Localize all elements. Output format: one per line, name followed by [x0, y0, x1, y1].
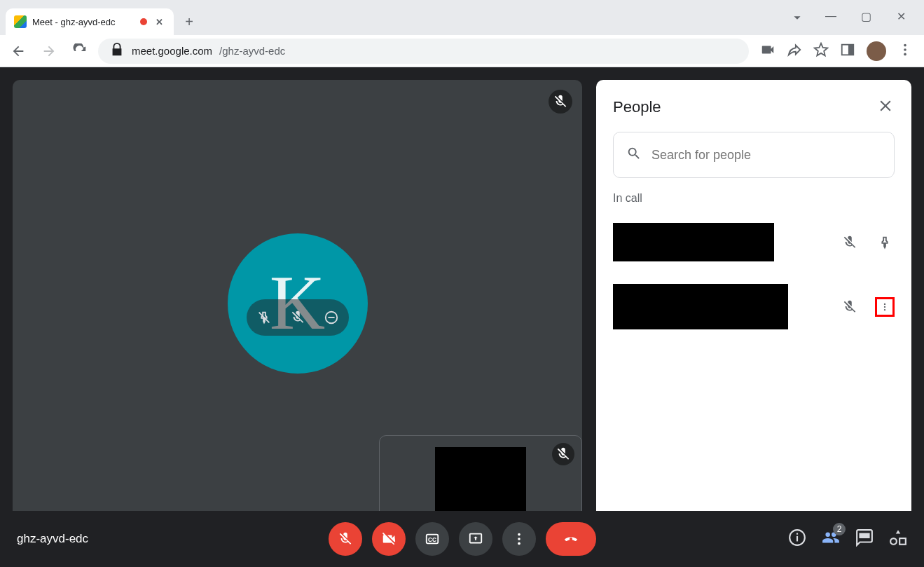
chat-button[interactable] — [855, 528, 874, 549]
svg-point-16 — [518, 542, 520, 545]
meet-app: K You People — [0, 67, 924, 567]
browser-tab[interactable]: Meet - ghz-ayvd-edc ✕ — [6, 8, 174, 35]
close-window-button[interactable]: ✕ — [895, 10, 907, 28]
toggle-camera-button[interactable] — [372, 522, 406, 556]
browser-tab-strip: Meet - ghz-ayvd-edc ✕ + — ▢ ✕ — [0, 0, 924, 35]
people-panel: People In call — [596, 80, 911, 554]
svg-rect-18 — [797, 536, 798, 542]
svg-point-8 — [884, 303, 885, 304]
svg-point-3 — [904, 48, 906, 51]
svg-rect-1 — [848, 44, 853, 55]
pin-participant-button[interactable] — [875, 233, 895, 252]
show-people-button[interactable]: 2 — [822, 528, 840, 549]
toggle-microphone-button[interactable] — [329, 522, 362, 556]
camera-indicator-icon[interactable] — [760, 42, 775, 60]
tile-hover-controls — [247, 299, 349, 336]
chrome-profile-avatar[interactable] — [867, 41, 886, 61]
meeting-details-button[interactable] — [788, 528, 806, 549]
svg-point-4 — [904, 53, 906, 55]
maximize-window-button[interactable]: ▢ — [860, 10, 872, 28]
new-tab-button[interactable]: + — [179, 12, 199, 32]
present-screen-button[interactable] — [459, 522, 492, 556]
activities-button[interactable] — [889, 528, 907, 549]
browser-toolbar: meet.google.com/ghz-ayvd-edc — [0, 35, 924, 67]
remove-participant-button[interactable] — [321, 307, 342, 328]
tab-title: Meet - ghz-ayvd-edc — [32, 17, 116, 27]
main-participant-tile[interactable]: K You — [13, 80, 582, 554]
panel-title: People — [613, 98, 661, 116]
mute-participant-button[interactable] — [287, 307, 308, 328]
people-count-badge: 2 — [833, 523, 846, 535]
address-bar[interactable]: meet.google.com/ghz-ayvd-edc — [98, 39, 749, 64]
leave-call-button[interactable] — [546, 522, 596, 556]
search-people-field[interactable] — [613, 132, 895, 178]
svg-point-15 — [518, 538, 520, 540]
unpin-button[interactable] — [254, 307, 275, 328]
tab-search-button[interactable] — [789, 10, 802, 28]
svg-point-14 — [518, 533, 520, 536]
bookmark-button[interactable] — [813, 42, 829, 60]
svg-point-2 — [904, 43, 906, 46]
recording-indicator-icon — [140, 18, 147, 25]
chrome-menu-button[interactable] — [897, 42, 913, 60]
close-panel-button[interactable] — [876, 97, 895, 118]
participant-info-redacted — [613, 284, 788, 329]
svg-rect-21 — [899, 538, 906, 545]
url-path: /ghz-ayvd-edc — [219, 45, 285, 57]
self-muted-icon — [552, 443, 574, 465]
svg-point-10 — [884, 308, 885, 310]
meeting-code[interactable]: ghz-ayvd-edc — [17, 532, 88, 546]
forward-button[interactable] — [36, 39, 62, 64]
back-button[interactable] — [6, 39, 31, 64]
reload-button[interactable] — [67, 39, 92, 64]
participant-muted-icon — [549, 90, 572, 114]
more-options-button[interactable] — [502, 522, 536, 556]
close-tab-button[interactable]: ✕ — [153, 15, 165, 28]
meeting-control-bar: ghz-ayvd-edc CC 2 — [0, 511, 924, 567]
participant-more-actions-button[interactable] — [875, 297, 895, 317]
url-host: meet.google.com — [132, 45, 212, 57]
video-stage: K You — [13, 80, 582, 554]
in-call-label: In call — [613, 192, 895, 205]
search-people-input[interactable] — [651, 148, 881, 163]
meet-favicon — [14, 15, 27, 28]
svg-point-9 — [884, 306, 885, 307]
participant-row — [613, 284, 895, 329]
svg-point-20 — [890, 538, 897, 545]
svg-rect-19 — [797, 533, 798, 535]
participant-muted-indicator-icon[interactable] — [840, 297, 860, 317]
minimize-window-button[interactable]: — — [825, 10, 837, 28]
toggle-captions-button[interactable]: CC — [415, 522, 449, 556]
svg-text:CC: CC — [428, 537, 436, 543]
site-lock-icon[interactable] — [109, 42, 125, 60]
participant-info-redacted — [613, 223, 774, 261]
share-page-button[interactable] — [787, 42, 802, 60]
side-panel-button[interactable] — [840, 42, 855, 60]
search-icon — [626, 146, 642, 165]
window-controls: — ▢ ✕ — [789, 10, 924, 35]
participant-muted-indicator-icon[interactable] — [840, 233, 860, 252]
participant-row — [613, 223, 895, 261]
